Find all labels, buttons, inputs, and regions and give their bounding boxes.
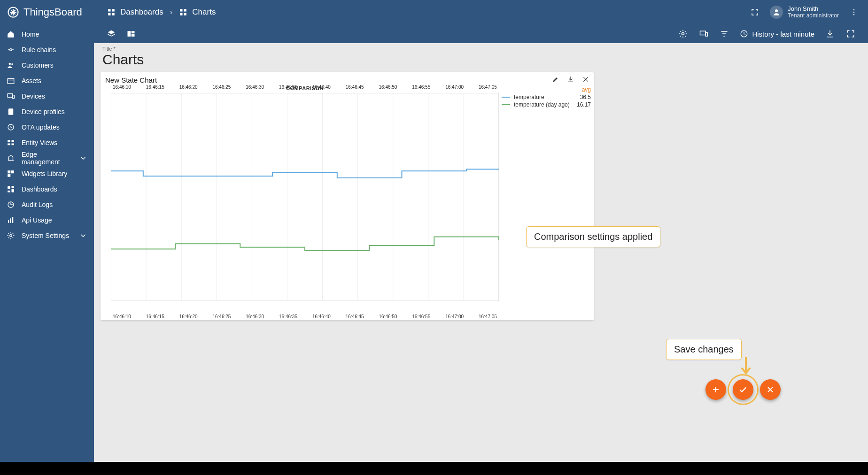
- sidebar-item-label: System Settings: [22, 232, 69, 239]
- sidebar-item-home[interactable]: Home: [0, 26, 94, 42]
- settings-icon[interactable]: [678, 29, 688, 39]
- svg-rect-3: [108, 13, 110, 15]
- save-fab[interactable]: [733, 379, 753, 400]
- more-icon[interactable]: [848, 7, 860, 18]
- sidebar-item-devices[interactable]: Devices: [0, 88, 94, 104]
- svg-point-9: [775, 9, 778, 12]
- svg-rect-34: [12, 217, 13, 223]
- dashboard-toolbar: History - last minute: [94, 24, 868, 43]
- sidebar-item-label: Widgets Library: [22, 170, 67, 177]
- export-icon[interactable]: [825, 29, 835, 39]
- sidebar-item-label: Customers: [22, 61, 54, 69]
- chevron-down-icon: [79, 231, 87, 240]
- chart-plot: [111, 93, 499, 304]
- breadcrumb-current[interactable]: Charts: [179, 8, 216, 17]
- callout-save-changes: Save changes: [666, 339, 742, 360]
- add-widget-fab[interactable]: [705, 379, 726, 400]
- edit-widget-icon[interactable]: [551, 75, 560, 84]
- svg-rect-33: [10, 218, 11, 223]
- sidebar-item-widgets-library[interactable]: Widgets Library: [0, 166, 94, 181]
- svg-rect-16: [8, 93, 13, 97]
- entity-alias-icon[interactable]: [698, 29, 709, 39]
- customers-icon: [7, 61, 15, 69]
- chart-legend: avg temperature 36.5 temperature (day ag…: [502, 86, 591, 109]
- sidebar-item-rule-chains[interactable]: Rule chains: [0, 42, 94, 57]
- fullscreen-icon[interactable]: [749, 7, 760, 18]
- chevron-down-icon: [79, 154, 87, 162]
- bottom-black-bar: [0, 462, 868, 475]
- sidebar-item-dashboards[interactable]: Dashboards: [0, 181, 94, 197]
- svg-rect-17: [13, 95, 15, 98]
- svg-rect-28: [12, 186, 14, 188]
- chart-widget[interactable]: New State Chart COMPARISON 16:46:1016:46…: [101, 72, 594, 320]
- legend-swatch: [502, 97, 510, 98]
- sidebar-item-device-profiles[interactable]: Device profiles: [0, 104, 94, 119]
- sidebar-item-customers[interactable]: Customers: [0, 57, 94, 73]
- svg-rect-18: [8, 108, 14, 115]
- sidebar-item-label: Edge management: [22, 151, 72, 166]
- layers-icon[interactable]: [106, 29, 116, 39]
- assets-icon: [7, 77, 15, 85]
- close-widget-icon[interactable]: [581, 75, 590, 84]
- app-header: ThingsBoard Dashboards › Charts John Smi…: [0, 0, 868, 24]
- sidebar-item-audit-logs[interactable]: Audit Logs: [0, 197, 94, 212]
- breadcrumb-root-label: Dashboards: [120, 8, 163, 17]
- svg-rect-15: [8, 78, 14, 84]
- sidebar-item-label: Devices: [22, 92, 45, 100]
- main-canvas: Title * Charts New State Chart COMPARISO…: [94, 43, 868, 475]
- page-title[interactable]: Charts: [102, 52, 144, 68]
- user-name: John Smith: [788, 6, 839, 12]
- svg-rect-5: [180, 9, 183, 11]
- svg-rect-25: [11, 170, 14, 173]
- dashboards-icon: [7, 185, 15, 193]
- breadcrumb-current-label: Charts: [192, 8, 216, 17]
- cancel-fab[interactable]: [760, 379, 781, 400]
- sidebar-item-ota-updates[interactable]: OTA updates: [0, 119, 94, 135]
- sidebar-item-edge-management[interactable]: Edge management: [0, 150, 94, 166]
- sidebar-item-api-usage[interactable]: Api Usage: [0, 212, 94, 228]
- svg-rect-30: [8, 191, 10, 192]
- filter-icon[interactable]: [719, 29, 729, 39]
- title-field-label: Title *: [102, 46, 116, 52]
- fullscreen-icon[interactable]: [845, 29, 856, 39]
- user-role: Tenant administrator: [788, 12, 839, 19]
- avatar-icon: [770, 6, 783, 19]
- app-logo[interactable]: ThingsBoard: [0, 6, 94, 19]
- legend-avg-header: avg: [502, 86, 591, 93]
- home-icon: [7, 30, 15, 38]
- svg-rect-23: [12, 143, 14, 145]
- sidebar-item-label: Dashboards: [22, 185, 57, 193]
- legend-series-avg: 16.17: [577, 101, 591, 108]
- sidebar-item-label: Device profiles: [22, 108, 65, 115]
- svg-rect-43: [111, 93, 499, 301]
- svg-point-12: [853, 14, 854, 15]
- breadcrumb: Dashboards › Charts: [107, 8, 216, 17]
- legend-row[interactable]: temperature 36.5: [502, 94, 591, 100]
- svg-rect-8: [184, 13, 186, 15]
- chart-area: COMPARISON 16:46:1016:46:1516:46:2016:46…: [111, 85, 499, 311]
- svg-rect-21: [12, 140, 14, 142]
- time-window-button[interactable]: History - last minute: [740, 30, 814, 38]
- svg-rect-2: [112, 9, 115, 11]
- callout-comparison-applied: Comparison settings applied: [526, 226, 660, 247]
- legend-row[interactable]: temperature (day ago) 16.17: [502, 101, 591, 108]
- app-name: ThingsBoard: [23, 6, 82, 18]
- svg-point-13: [9, 62, 11, 65]
- breadcrumb-root[interactable]: Dashboards: [107, 8, 163, 17]
- svg-rect-26: [8, 174, 10, 176]
- arrow-icon: [739, 357, 753, 380]
- svg-rect-41: [706, 33, 708, 37]
- sidebar-item-assets[interactable]: Assets: [0, 73, 94, 88]
- sidebar-item-label: Audit Logs: [22, 201, 53, 208]
- svg-rect-27: [8, 186, 10, 189]
- user-menu[interactable]: John Smith Tenant administrator: [770, 6, 839, 19]
- svg-rect-38: [132, 34, 135, 37]
- audit-icon: [7, 200, 15, 209]
- sidebar-item-system-settings[interactable]: System Settings: [0, 228, 94, 243]
- sidebar-item-entity-views[interactable]: Entity Views: [0, 135, 94, 150]
- sidebar-item-label: Api Usage: [22, 216, 52, 224]
- svg-rect-22: [8, 143, 10, 145]
- download-widget-icon[interactable]: [566, 75, 575, 84]
- layout-icon[interactable]: [126, 29, 136, 39]
- svg-point-35: [10, 234, 12, 237]
